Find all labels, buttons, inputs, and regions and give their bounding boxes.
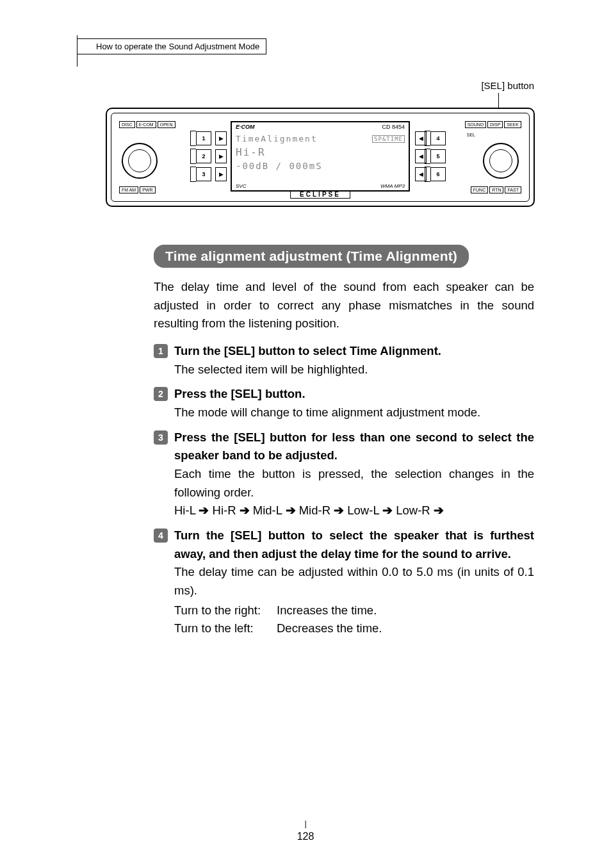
arrow-right-icon: ▶ [215, 149, 227, 163]
seek-button: SEEK [504, 121, 521, 128]
turn-table: Turn to the right: Increases the time. T… [174, 602, 534, 638]
device-bottom-right-buttons: FUNC RTN FAST [471, 186, 521, 193]
seq-item: Low-R [396, 504, 430, 517]
speaker-sequence: Hi-L ➔ Hi-R ➔ Mid-L ➔ Mid-R ➔ Low-L ➔ Lo… [174, 502, 534, 520]
device-inner: DISC E·COM OPEN FM AM PWR 1 2 3 ▶ ▶ ▶ [111, 113, 530, 202]
step-1: 1 Turn the [SEL] button to select Time A… [154, 342, 534, 379]
step-body: Press the [SEL] button. The mode will ch… [174, 385, 534, 422]
lcd-svc: SVC [236, 183, 246, 189]
fast-button: FAST [505, 186, 521, 193]
turn-left-value: Decreases the time. [277, 619, 382, 638]
section-heading: Time alignment adjustment (Time Alignmen… [154, 245, 469, 268]
preset-3: 3 [196, 167, 211, 181]
step-title: Turn the [SEL] button to select the spea… [174, 527, 534, 563]
step-number-icon: 4 [154, 528, 168, 543]
step-body: Press the [SEL] button for less than one… [174, 429, 534, 520]
arrow-right-icon: ➔ [286, 504, 296, 517]
step-text: The delay time can be adjusted within 0.… [174, 563, 534, 600]
turn-right-value: Increases the time. [277, 602, 377, 620]
turn-right-label: Turn to the right: [174, 602, 277, 620]
preset-4: 4 [430, 131, 446, 145]
breadcrumb: How to operate the Sound Adjustment Mode [77, 38, 266, 54]
arrow-right-icon: ➔ [334, 504, 344, 517]
preset-col-left: 1 2 3 [196, 131, 211, 181]
eclipse-logo: ECLIPSE [290, 190, 350, 199]
seq-item: Hi-L [174, 504, 195, 517]
main-content: Time alignment adjustment (Time Alignmen… [154, 245, 534, 644]
sel-button-callout: [SEL] button [481, 80, 534, 91]
lcd-cd-label: CD 8454 [382, 124, 405, 130]
preset-1: 1 [196, 131, 211, 145]
disp-button: DISP [487, 121, 503, 128]
rtn-button: RTN [489, 186, 503, 193]
page-number: 128 [297, 831, 314, 842]
step-body: Turn the [SEL] button to select Time Ali… [174, 342, 534, 379]
device-right-panel: SOUND DISP SEEK SEL FUNC RTN FAST [448, 117, 525, 197]
seq-item: Mid-R [299, 504, 330, 517]
turn-left-label: Turn to the left: [174, 619, 277, 638]
section-intro: The delay time and level of the sound fr… [154, 278, 534, 333]
page: How to operate the Sound Adjustment Mode… [0, 0, 611, 868]
step-text: The mode will change to time alignment a… [174, 404, 534, 422]
lcd-line1-left: TimeAlignment [236, 134, 318, 143]
device-top-left-buttons: DISC E·COM OPEN [119, 121, 175, 128]
step-number-icon: 3 [154, 430, 168, 445]
step-number-icon: 1 [154, 344, 168, 358]
open-button: OPEN [158, 121, 175, 128]
arrow-right-icon: ▶ [215, 167, 227, 181]
seq-item: Low-L [347, 504, 379, 517]
step-4: 4 Turn the [SEL] button to select the sp… [154, 527, 534, 638]
arrow-right-icon: ➔ [434, 504, 444, 517]
arrow-right-icon: ▶ [215, 131, 227, 145]
func-button: FUNC [471, 186, 488, 193]
lcd-ecom-label: E·COM [236, 124, 255, 130]
step-2: 2 Press the [SEL] button. The mode will … [154, 385, 534, 422]
step-title: Press the [SEL] button. [174, 385, 534, 404]
step-number-icon: 2 [154, 387, 168, 401]
arrow-right-icon: ➔ [382, 504, 393, 517]
preset-6: 6 [430, 167, 446, 181]
seq-item: Hi-R [213, 504, 236, 517]
device-illustration: DISC E·COM OPEN FM AM PWR 1 2 3 ▶ ▶ ▶ [106, 108, 535, 207]
preset-2: 2 [196, 149, 211, 163]
step-title: Press the [SEL] button for less than one… [174, 429, 534, 465]
disc-button: DISC [119, 121, 135, 128]
lcd-display: E·COM CD 8454 TimeAlignment SP&TIME Hi-R… [231, 121, 410, 192]
lcd-wma: WMA MP3 [380, 183, 405, 189]
preset-5: 5 [430, 149, 446, 163]
device-bottom-left-buttons: FM AM PWR [119, 186, 156, 193]
preset-col-right: 4 5 6 [430, 131, 446, 181]
seq-item: Mid-L [253, 504, 282, 517]
lcd-line3: -00dB / 000mS [236, 161, 323, 171]
step-title: Turn the [SEL] button to select Time Ali… [174, 342, 534, 361]
arrow-col-left: ▶ ▶ ▶ [215, 131, 227, 181]
pwr-button: PWR [140, 186, 155, 193]
arrow-right-icon: ➔ [199, 504, 209, 517]
sel-knob [483, 143, 519, 179]
arrow-right-icon: ➔ [240, 504, 250, 517]
step-text: Each time the button is pressed, the sel… [174, 465, 534, 502]
sel-label: SEL [467, 133, 475, 137]
volume-knob [122, 143, 158, 179]
step-body: Turn the [SEL] button to select the spea… [174, 527, 534, 638]
device-left-panel: DISC E·COM OPEN FM AM PWR [115, 117, 192, 197]
step-text: The selected item will be highlighted. [174, 361, 534, 379]
ecom-button: E·COM [136, 121, 156, 128]
device-top-right-buttons: SOUND DISP SEEK [465, 121, 521, 128]
breadcrumb-text: How to operate the Sound Adjustment Mode [96, 42, 259, 51]
sound-button: SOUND [465, 121, 486, 128]
fm-am-button: FM AM [119, 186, 138, 193]
lcd-line1-right: SP&TIME [372, 135, 405, 143]
lcd-line2: Hi-R [236, 146, 266, 158]
step-3: 3 Press the [SEL] button for less than o… [154, 429, 534, 520]
